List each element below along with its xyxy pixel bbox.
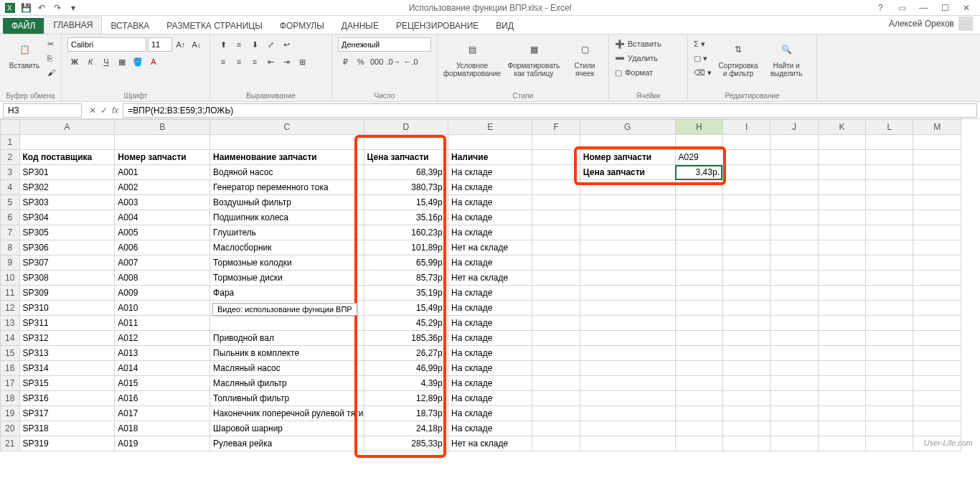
cell[interactable] bbox=[771, 346, 818, 361]
cell-styles-button[interactable]: ▢ Стили ячеек bbox=[567, 37, 603, 79]
cell[interactable] bbox=[580, 240, 675, 255]
cell[interactable] bbox=[532, 271, 580, 286]
cell[interactable] bbox=[364, 135, 448, 150]
cell[interactable] bbox=[771, 331, 818, 346]
cell[interactable]: На складе bbox=[448, 180, 532, 195]
cell[interactable] bbox=[866, 391, 913, 406]
cell[interactable] bbox=[913, 406, 961, 421]
cell[interactable]: SP304 bbox=[19, 210, 115, 225]
cell[interactable] bbox=[913, 421, 961, 436]
row-header[interactable]: 12 bbox=[1, 301, 20, 316]
user-account[interactable]: Алексей Орехов bbox=[882, 14, 980, 34]
cell[interactable] bbox=[722, 316, 770, 331]
row-header[interactable]: 16 bbox=[1, 361, 20, 376]
cell[interactable] bbox=[580, 436, 675, 451]
cell[interactable]: SP308 bbox=[19, 271, 115, 286]
cell[interactable] bbox=[532, 165, 580, 180]
accept-formula-icon[interactable]: ✓ bbox=[100, 105, 108, 116]
cell[interactable]: Цена запчасти bbox=[364, 150, 448, 165]
cancel-formula-icon[interactable]: ✕ bbox=[89, 105, 96, 116]
cell[interactable]: На складе bbox=[448, 331, 532, 346]
cell[interactable] bbox=[675, 225, 722, 240]
row-header[interactable]: 5 bbox=[1, 195, 20, 210]
cell[interactable] bbox=[818, 361, 865, 376]
col-header-i[interactable]: I bbox=[722, 120, 770, 135]
row-header[interactable]: 13 bbox=[1, 316, 20, 331]
cell[interactable] bbox=[771, 165, 818, 180]
cell[interactable] bbox=[722, 421, 770, 436]
cell[interactable]: Водяной насос bbox=[210, 165, 364, 180]
cell[interactable]: 35,16р. bbox=[364, 210, 448, 225]
cell[interactable] bbox=[532, 376, 580, 391]
cell[interactable] bbox=[722, 301, 770, 316]
cell[interactable]: Тормозные диски bbox=[210, 271, 364, 286]
cell[interactable]: На складе bbox=[448, 316, 532, 331]
cell[interactable] bbox=[818, 316, 865, 331]
cell[interactable]: Воздушный фильтр bbox=[210, 195, 364, 210]
cell[interactable] bbox=[866, 346, 913, 361]
cell[interactable]: Наименование запчасти bbox=[210, 150, 364, 165]
cell[interactable]: На складе bbox=[448, 255, 532, 271]
cell[interactable] bbox=[818, 240, 865, 255]
find-select-button[interactable]: 🔍 Найти и выделить bbox=[765, 37, 808, 79]
cell[interactable] bbox=[675, 316, 722, 331]
column-headers[interactable]: A B C D E F G H I J K L M bbox=[1, 120, 961, 135]
cell[interactable]: На складе bbox=[448, 421, 532, 436]
cell[interactable] bbox=[532, 286, 580, 301]
cell[interactable] bbox=[818, 195, 865, 210]
cell[interactable] bbox=[532, 421, 580, 436]
fill-color-button[interactable]: 🪣 bbox=[131, 55, 145, 69]
cell[interactable] bbox=[580, 225, 675, 240]
cell[interactable]: SP310 bbox=[19, 301, 115, 316]
cell[interactable]: 12,89р. bbox=[364, 391, 448, 406]
cell[interactable] bbox=[771, 436, 818, 451]
cell[interactable]: Код поставщика bbox=[19, 150, 115, 165]
tab-formulas[interactable]: ФОРМУЛЫ bbox=[271, 18, 333, 34]
cell[interactable]: A018 bbox=[115, 421, 210, 436]
cell[interactable]: 45,29р. bbox=[364, 316, 448, 331]
comma-icon[interactable]: 000 bbox=[369, 55, 384, 69]
cell[interactable]: Наконечник поперечной рулевой тяги bbox=[210, 406, 364, 421]
align-bottom-icon[interactable]: ⬇ bbox=[248, 37, 262, 52]
cell[interactable]: Топливный фильтр bbox=[210, 391, 364, 406]
cell[interactable] bbox=[866, 210, 913, 225]
delete-cells-button[interactable]: ➖ Удалить bbox=[615, 52, 661, 65]
cell[interactable] bbox=[580, 255, 675, 271]
maximize-icon[interactable]: ☐ bbox=[936, 3, 954, 13]
cell[interactable] bbox=[532, 240, 580, 255]
insert-cells-button[interactable]: ➕ Вставить bbox=[615, 37, 661, 50]
cell[interactable]: A009 bbox=[115, 286, 210, 301]
row-header[interactable]: 7 bbox=[1, 225, 20, 240]
cell[interactable] bbox=[818, 135, 865, 150]
cell[interactable] bbox=[913, 225, 961, 240]
cell[interactable]: Подшипник колеса bbox=[210, 210, 364, 225]
cell[interactable] bbox=[866, 286, 913, 301]
name-box[interactable]: H3 bbox=[3, 103, 82, 118]
align-left-icon[interactable]: ≡ bbox=[216, 55, 230, 69]
cell[interactable] bbox=[866, 361, 913, 376]
col-header-l[interactable]: L bbox=[866, 120, 913, 135]
col-header-h[interactable]: H bbox=[675, 120, 722, 135]
cell[interactable] bbox=[771, 255, 818, 271]
cell[interactable]: SP314 bbox=[19, 361, 115, 376]
cell[interactable]: На складе bbox=[448, 361, 532, 376]
redo-icon[interactable]: ↷ bbox=[50, 1, 65, 14]
cell[interactable] bbox=[532, 195, 580, 210]
cell[interactable]: 101,89р. bbox=[364, 240, 448, 255]
cell[interactable]: На складе bbox=[448, 165, 532, 180]
cell[interactable]: Тормозные колодки bbox=[210, 255, 364, 271]
cell[interactable]: A016 bbox=[115, 391, 210, 406]
increase-font-icon[interactable]: A↑ bbox=[174, 37, 188, 52]
cell[interactable]: 26,27р. bbox=[364, 346, 448, 361]
align-top-icon[interactable]: ⬆ bbox=[216, 37, 230, 52]
cell[interactable] bbox=[532, 361, 580, 376]
cell[interactable] bbox=[771, 225, 818, 240]
decrease-decimal-icon[interactable]: ←.0 bbox=[403, 55, 419, 69]
sort-filter-button[interactable]: ⇅ Сортировка и фильтр bbox=[716, 37, 760, 79]
cell[interactable] bbox=[866, 165, 913, 180]
cell[interactable]: SP317 bbox=[19, 406, 115, 421]
cut-button[interactable]: ✂ bbox=[47, 37, 55, 50]
cell[interactable] bbox=[771, 361, 818, 376]
cell[interactable] bbox=[866, 406, 913, 421]
cell[interactable]: Нет на складе bbox=[448, 436, 532, 451]
